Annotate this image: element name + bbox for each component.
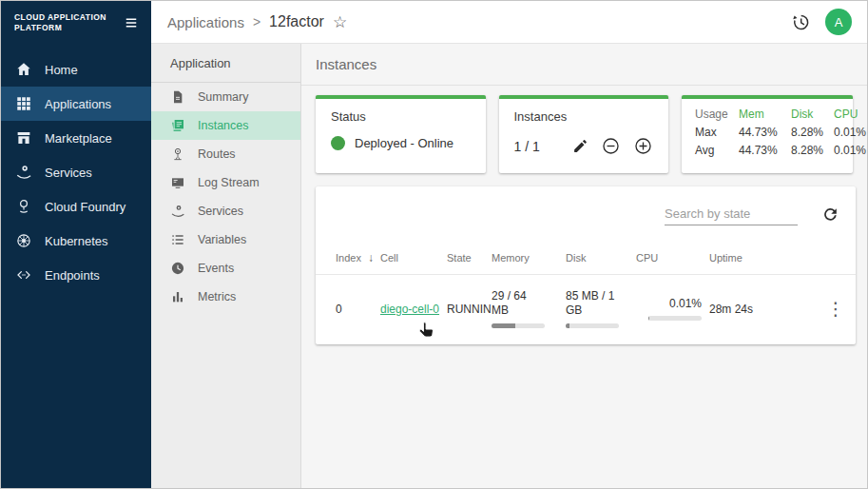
sidebar-item-label: Cloud Foundry: [45, 200, 125, 214]
sidebar-item-kubernetes[interactable]: Kubernetes: [1, 224, 151, 258]
disk-value: 85 MB / 1 GB: [566, 289, 621, 318]
instances-stack-icon: [170, 118, 185, 133]
kubernetes-icon: [15, 232, 32, 249]
subnav-services[interactable]: Services: [151, 197, 300, 225]
topbar-actions: A: [791, 9, 852, 35]
apps-grid-icon: [15, 95, 32, 112]
column-header-cpu: CPU: [636, 252, 709, 264]
status-value: Deployed - Online: [355, 136, 453, 150]
subnav-instances[interactable]: Instances: [151, 111, 300, 140]
sidebar-item-applications[interactable]: Applications: [1, 87, 151, 121]
row-uptime: 28m 24s: [709, 303, 816, 316]
search-input[interactable]: [665, 204, 798, 225]
table-row: 0 diego-cell-0 RUNNING 29 / 64 MB 85 MB …: [316, 274, 856, 344]
usage-avg-mem: 44.73%: [739, 144, 791, 157]
sidebar-item-label: Endpoints: [45, 268, 100, 283]
content-area: Instances Status Deployed - Online Insta…: [301, 44, 867, 488]
instances-table-card: Index↓ Cell State Memory Disk CPU Uptime…: [316, 186, 856, 344]
breadcrumb-applications[interactable]: Applications: [167, 14, 244, 30]
column-header-disk: Disk: [566, 252, 636, 264]
sidebar-item-services[interactable]: Services: [1, 155, 151, 189]
usage-max-mem: 44.73%: [739, 126, 791, 139]
subnav-variables[interactable]: Variables: [151, 225, 300, 254]
sidebar-item-endpoints[interactable]: Endpoints: [1, 258, 151, 292]
breadcrumb-separator: >: [253, 14, 260, 29]
usage-avg-cpu: 0.01%: [834, 144, 868, 157]
sidebar-item-label: Services: [45, 166, 92, 180]
subnav-metrics[interactable]: Metrics: [151, 283, 300, 311]
subnav-label: Routes: [198, 147, 236, 161]
subnav-log-stream[interactable]: Log Stream: [151, 168, 300, 197]
status-card-label: Status: [331, 109, 471, 124]
column-header-cell: Cell: [380, 252, 447, 264]
row-cpu: 0.01%: [636, 297, 709, 321]
status-card: Status Deployed - Online: [316, 95, 486, 173]
usage-avg-label: Avg: [695, 144, 739, 157]
history-icon[interactable]: [791, 12, 811, 32]
subnav-label: Events: [198, 262, 234, 275]
document-icon: [170, 89, 185, 105]
column-header-uptime: Uptime: [709, 252, 816, 264]
sidebar-item-marketplace[interactable]: Marketplace: [1, 121, 151, 155]
usage-max-cpu: 0.01%: [834, 126, 868, 139]
storefront-icon: [15, 129, 32, 147]
column-header-index[interactable]: Index↓: [336, 251, 380, 264]
column-header-memory: Memory: [492, 252, 566, 264]
endpoints-icon: [15, 266, 32, 284]
bar-chart-icon: [170, 289, 185, 304]
home-icon: [15, 61, 32, 78]
cell-link[interactable]: diego-cell-0: [380, 303, 439, 316]
subnav-label: Summary: [198, 90, 248, 104]
subnav-label: Log Stream: [198, 176, 260, 189]
row-disk: 85 MB / 1 GB: [566, 289, 636, 328]
sidebar-item-home[interactable]: Home: [1, 52, 151, 87]
usage-card: Usage Mem Disk CPU Max 44.73% 8.28% 0.01…: [682, 95, 853, 173]
sidebar-item-label: Applications: [45, 97, 111, 111]
usage-col-cpu: CPU: [834, 108, 868, 121]
app-logo: CLOUD APPLICATION PLATFORM: [14, 12, 106, 32]
sidebar-item-label: Kubernetes: [45, 234, 108, 248]
logo-line1: CLOUD APPLICATION: [14, 12, 106, 23]
cpu-usage-bar: [648, 316, 702, 321]
subnav-events[interactable]: Events: [151, 254, 300, 283]
avatar-letter: A: [835, 15, 843, 29]
list-icon: [170, 232, 185, 247]
subnav-label: Metrics: [198, 290, 236, 303]
application-sidebar-header: Application: [151, 44, 300, 83]
top-bar: Applications > 12factor ☆ A: [151, 1, 867, 44]
subnav-routes[interactable]: Routes: [151, 140, 300, 168]
memory-value: 29 / 64 MB: [492, 289, 547, 318]
application-sidebar: Application Summary Instances Routes: [151, 44, 301, 488]
breadcrumb-current-app: 12factor: [269, 13, 324, 30]
instances-count: 1 / 1: [514, 139, 540, 154]
instances-card: Instances 1 / 1: [499, 95, 669, 173]
subnav-label: Variables: [198, 233, 246, 246]
row-menu-kebab-icon[interactable]: ⋮: [827, 299, 845, 319]
log-stream-icon: [170, 175, 185, 190]
sidebar-item-label: Home: [45, 63, 78, 77]
add-instance-icon[interactable]: [633, 136, 653, 156]
usage-col-mem: Mem: [739, 108, 791, 121]
routes-antenna-icon: [170, 147, 185, 162]
status-online-dot: [331, 136, 345, 150]
cloud-foundry-icon: [15, 198, 32, 215]
sort-desc-icon: ↓: [368, 251, 374, 264]
user-avatar[interactable]: A: [825, 9, 852, 35]
disk-usage-bar: [566, 323, 619, 328]
sidebar-item-cloud-foundry[interactable]: Cloud Foundry: [1, 189, 151, 224]
remove-instance-icon[interactable]: [601, 136, 621, 156]
clock-icon: [170, 261, 185, 276]
hamburger-menu-icon[interactable]: [123, 14, 140, 31]
usage-avg-disk: 8.28%: [791, 144, 834, 157]
subnav-summary[interactable]: Summary: [151, 83, 300, 111]
table-header-row: Index↓ Cell State Memory Disk CPU Uptime: [316, 242, 856, 274]
row-memory: 29 / 64 MB: [492, 289, 566, 328]
refresh-icon[interactable]: [821, 205, 839, 224]
subnav-label: Instances: [198, 119, 249, 132]
favorite-star-icon[interactable]: ☆: [333, 12, 347, 32]
usage-max-label: Max: [695, 126, 739, 139]
edit-pencil-icon[interactable]: [572, 138, 588, 154]
app-window: CLOUD APPLICATION PLATFORM Applications …: [0, 0, 868, 489]
row-state: RUNNING: [447, 303, 492, 316]
sidebar-item-label: Marketplace: [45, 131, 112, 146]
